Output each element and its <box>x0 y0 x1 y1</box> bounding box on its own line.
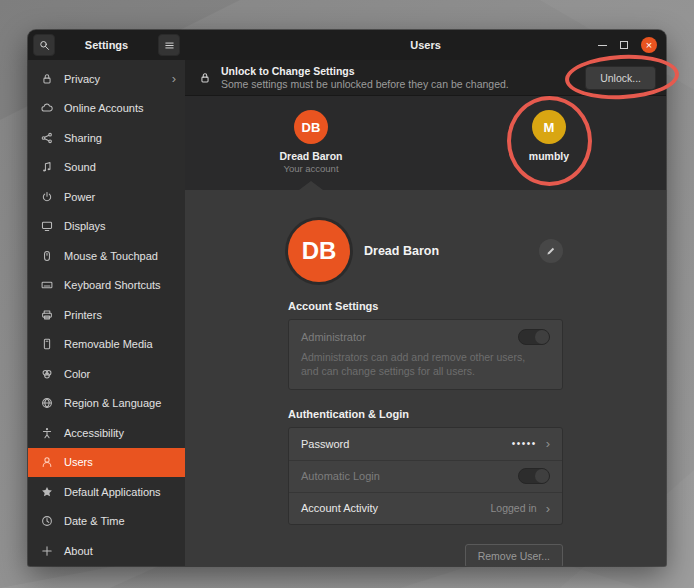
remove-user-button[interactable]: Remove User... <box>465 544 563 566</box>
maximize-button[interactable] <box>620 41 628 49</box>
administrator-row: Administrator Administrators can add and… <box>289 320 562 389</box>
desktop: Settings Users × Privacy›Online Accounts… <box>0 0 694 588</box>
headerbar: Settings Users × <box>28 30 666 60</box>
account-settings-card: Administrator Administrators can add and… <box>288 319 563 390</box>
automatic-login-toggle[interactable] <box>518 468 550 484</box>
profile-name: Dread Baron <box>364 244 439 258</box>
sidebar-item-displays[interactable]: Displays <box>28 212 185 242</box>
sidebar-item-users[interactable]: Users <box>28 448 185 478</box>
password-value: ••••• <box>512 438 537 449</box>
window-controls: × <box>598 30 657 60</box>
main-headerbar: Users × <box>185 30 666 60</box>
sidebar-item-label: Keyboard Shortcuts <box>64 279 161 291</box>
avatar: DB <box>294 110 328 144</box>
sidebar-item-label: Accessibility <box>64 427 124 439</box>
sidebar-item-label: Sound <box>64 161 96 173</box>
mouse-icon <box>40 249 54 263</box>
unlock-banner: Unlock to Change Settings Some settings … <box>185 60 666 96</box>
account-activity-label: Account Activity <box>301 502 378 514</box>
carousel-user-name: mumbly <box>529 150 569 162</box>
remove-user-row: Remove User... <box>288 544 563 566</box>
sidebar-item-removable-media[interactable]: Removable Media <box>28 330 185 360</box>
maximize-icon <box>620 41 628 49</box>
printer-icon <box>40 308 54 322</box>
minimize-icon <box>598 45 607 46</box>
removable-media-icon <box>40 337 54 351</box>
sidebar-item-online-accounts[interactable]: Online Accounts <box>28 94 185 124</box>
plus-icon <box>40 544 54 558</box>
globe-icon <box>40 396 54 410</box>
app-title: Settings <box>55 39 158 51</box>
sidebar-item-sound[interactable]: Sound <box>28 153 185 183</box>
pencil-icon <box>545 245 557 257</box>
carousel-user-dread-baron[interactable]: DB Dread Baron Your account <box>221 110 401 174</box>
chevron-right-icon: › <box>546 437 550 450</box>
sidebar-item-keyboard-shortcuts[interactable]: Keyboard Shortcuts <box>28 271 185 301</box>
unlock-title: Unlock to Change Settings <box>221 65 509 77</box>
chevron-right-icon: › <box>172 72 176 85</box>
clock-icon <box>40 514 54 528</box>
display-icon <box>40 219 54 233</box>
accessibility-icon <box>40 426 54 440</box>
automatic-login-row: Automatic Login <box>289 460 562 492</box>
search-button[interactable] <box>33 34 55 56</box>
close-button[interactable]: × <box>641 37 657 53</box>
sidebar-item-label: About <box>64 545 93 557</box>
account-activity-value: Logged in <box>491 502 537 514</box>
user-carousel: DB Dread Baron Your account M mumbly <box>185 96 666 190</box>
password-row[interactable]: Password ••••• › <box>289 428 562 460</box>
power-icon <box>40 190 54 204</box>
sidebar-item-color[interactable]: Color <box>28 359 185 389</box>
sidebar-item-label: Region & Language <box>64 397 161 409</box>
minimize-button[interactable] <box>598 45 607 46</box>
sidebar-item-privacy[interactable]: Privacy› <box>28 64 185 94</box>
sidebar-item-label: Power <box>64 191 95 203</box>
sidebar-item-label: Color <box>64 368 90 380</box>
sidebar-item-label: Privacy <box>64 73 100 85</box>
sidebar-item-sharing[interactable]: Sharing <box>28 123 185 153</box>
sidebar-item-date-time[interactable]: Date & Time <box>28 507 185 537</box>
cloud-icon <box>40 101 54 115</box>
sidebar-item-mouse-touchpad[interactable]: Mouse & Touchpad <box>28 241 185 271</box>
user-detail: DB Dread Baron Account Settings Administ… <box>185 190 666 566</box>
sidebar-list: Privacy›Online AccountsSharingSoundPower… <box>28 60 185 566</box>
avatar: M <box>532 110 566 144</box>
sidebar-item-default-applications[interactable]: Default Applications <box>28 477 185 507</box>
profile-avatar: DB <box>288 220 350 282</box>
account-settings-heading: Account Settings <box>288 300 563 312</box>
menu-button[interactable] <box>158 34 180 56</box>
selected-user-notch <box>299 181 323 190</box>
carousel-user-mumbly[interactable]: M mumbly <box>459 110 639 162</box>
carousel-user-subtitle: Your account <box>283 163 338 174</box>
lock-icon <box>198 71 212 85</box>
administrator-label: Administrator <box>301 331 366 343</box>
sidebar-headerbar: Settings <box>28 30 185 60</box>
unlock-button[interactable]: Unlock... <box>585 66 656 90</box>
toggle-knob <box>535 330 549 344</box>
settings-window: Settings Users × Privacy›Online Accounts… <box>28 30 666 566</box>
sidebar-item-about[interactable]: About <box>28 536 185 566</box>
color-icon <box>40 367 54 381</box>
hamburger-menu-icon <box>163 39 176 52</box>
sidebar-item-label: Default Applications <box>64 486 161 498</box>
auth-login-card: Password ••••• › Automatic Login Account… <box>288 427 563 525</box>
sidebar-item-printers[interactable]: Printers <box>28 300 185 330</box>
sidebar-item-region-language[interactable]: Region & Language <box>28 389 185 419</box>
account-activity-row[interactable]: Account Activity Logged in › <box>289 492 562 524</box>
keyboard-icon <box>40 278 54 292</box>
sidebar-item-label: Date & Time <box>64 515 125 527</box>
sidebar-item-label: Mouse & Touchpad <box>64 250 158 262</box>
lock-icon <box>40 72 54 86</box>
page-title: Users <box>185 39 666 51</box>
sidebar-item-accessibility[interactable]: Accessibility <box>28 418 185 448</box>
edit-avatar-button[interactable] <box>539 239 563 263</box>
automatic-login-label: Automatic Login <box>301 470 380 482</box>
unlock-text: Unlock to Change Settings Some settings … <box>221 65 509 90</box>
music-note-icon <box>40 160 54 174</box>
unlock-subtitle: Some settings must be unlocked before th… <box>221 78 509 90</box>
administrator-toggle[interactable] <box>518 329 550 345</box>
sidebar-item-power[interactable]: Power <box>28 182 185 212</box>
sidebar-item-label: Removable Media <box>64 338 153 350</box>
star-icon <box>40 485 54 499</box>
sidebar-item-label: Online Accounts <box>64 102 144 114</box>
